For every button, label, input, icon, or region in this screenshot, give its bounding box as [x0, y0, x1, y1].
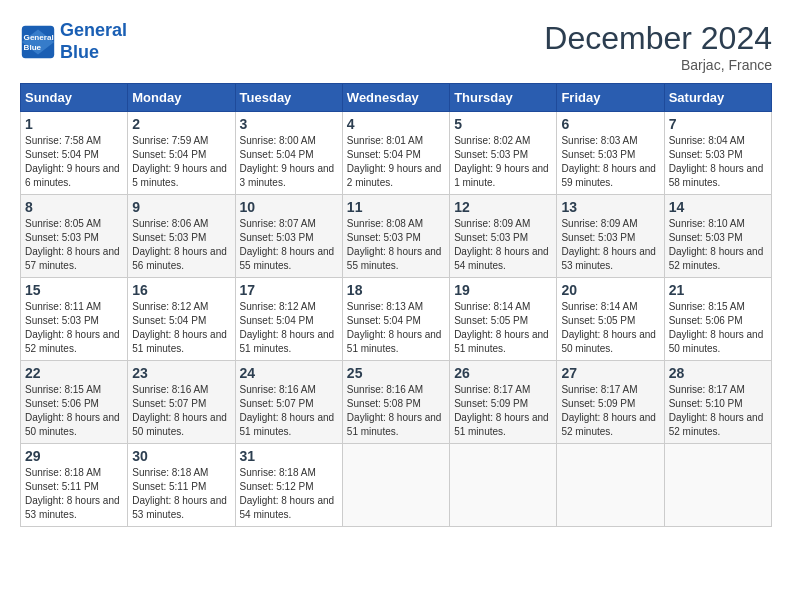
calendar-cell: 20Sunrise: 8:14 AMSunset: 5:05 PMDayligh…	[557, 278, 664, 361]
day-info: Sunrise: 8:17 AMSunset: 5:09 PMDaylight:…	[454, 383, 552, 439]
day-info: Sunrise: 8:06 AMSunset: 5:03 PMDaylight:…	[132, 217, 230, 273]
calendar-cell: 8Sunrise: 8:05 AMSunset: 5:03 PMDaylight…	[21, 195, 128, 278]
calendar-cell: 6Sunrise: 8:03 AMSunset: 5:03 PMDaylight…	[557, 112, 664, 195]
day-number: 23	[132, 365, 230, 381]
svg-text:General: General	[24, 33, 54, 42]
day-number: 22	[25, 365, 123, 381]
calendar-cell: 12Sunrise: 8:09 AMSunset: 5:03 PMDayligh…	[450, 195, 557, 278]
weekday-header-saturday: Saturday	[664, 84, 771, 112]
calendar-cell: 16Sunrise: 8:12 AMSunset: 5:04 PMDayligh…	[128, 278, 235, 361]
day-number: 27	[561, 365, 659, 381]
day-number: 21	[669, 282, 767, 298]
day-number: 11	[347, 199, 445, 215]
day-info: Sunrise: 8:11 AMSunset: 5:03 PMDaylight:…	[25, 300, 123, 356]
month-title: December 2024	[544, 20, 772, 57]
day-info: Sunrise: 8:05 AMSunset: 5:03 PMDaylight:…	[25, 217, 123, 273]
day-info: Sunrise: 8:00 AMSunset: 5:04 PMDaylight:…	[240, 134, 338, 190]
day-info: Sunrise: 8:08 AMSunset: 5:03 PMDaylight:…	[347, 217, 445, 273]
day-info: Sunrise: 8:15 AMSunset: 5:06 PMDaylight:…	[25, 383, 123, 439]
calendar-table: SundayMondayTuesdayWednesdayThursdayFrid…	[20, 83, 772, 527]
day-info: Sunrise: 8:17 AMSunset: 5:09 PMDaylight:…	[561, 383, 659, 439]
calendar-cell: 9Sunrise: 8:06 AMSunset: 5:03 PMDaylight…	[128, 195, 235, 278]
day-number: 18	[347, 282, 445, 298]
day-info: Sunrise: 8:16 AMSunset: 5:08 PMDaylight:…	[347, 383, 445, 439]
logo-icon: General Blue	[20, 24, 56, 60]
day-info: Sunrise: 8:03 AMSunset: 5:03 PMDaylight:…	[561, 134, 659, 190]
calendar-cell: 23Sunrise: 8:16 AMSunset: 5:07 PMDayligh…	[128, 361, 235, 444]
day-number: 9	[132, 199, 230, 215]
calendar-cell: 7Sunrise: 8:04 AMSunset: 5:03 PMDaylight…	[664, 112, 771, 195]
day-info: Sunrise: 8:16 AMSunset: 5:07 PMDaylight:…	[132, 383, 230, 439]
day-info: Sunrise: 8:13 AMSunset: 5:04 PMDaylight:…	[347, 300, 445, 356]
title-block: December 2024 Barjac, France	[544, 20, 772, 73]
calendar-week-row: 15Sunrise: 8:11 AMSunset: 5:03 PMDayligh…	[21, 278, 772, 361]
calendar-cell: 3Sunrise: 8:00 AMSunset: 5:04 PMDaylight…	[235, 112, 342, 195]
calendar-cell: 26Sunrise: 8:17 AMSunset: 5:09 PMDayligh…	[450, 361, 557, 444]
day-info: Sunrise: 8:09 AMSunset: 5:03 PMDaylight:…	[454, 217, 552, 273]
day-number: 10	[240, 199, 338, 215]
calendar-cell: 21Sunrise: 8:15 AMSunset: 5:06 PMDayligh…	[664, 278, 771, 361]
day-info: Sunrise: 8:10 AMSunset: 5:03 PMDaylight:…	[669, 217, 767, 273]
day-info: Sunrise: 8:16 AMSunset: 5:07 PMDaylight:…	[240, 383, 338, 439]
day-number: 15	[25, 282, 123, 298]
day-info: Sunrise: 8:12 AMSunset: 5:04 PMDaylight:…	[240, 300, 338, 356]
calendar-cell: 1Sunrise: 7:58 AMSunset: 5:04 PMDaylight…	[21, 112, 128, 195]
weekday-header-tuesday: Tuesday	[235, 84, 342, 112]
day-number: 24	[240, 365, 338, 381]
day-info: Sunrise: 8:18 AMSunset: 5:11 PMDaylight:…	[132, 466, 230, 522]
day-number: 17	[240, 282, 338, 298]
calendar-cell: 14Sunrise: 8:10 AMSunset: 5:03 PMDayligh…	[664, 195, 771, 278]
weekday-header-thursday: Thursday	[450, 84, 557, 112]
day-number: 20	[561, 282, 659, 298]
day-number: 25	[347, 365, 445, 381]
day-number: 3	[240, 116, 338, 132]
calendar-cell	[450, 444, 557, 527]
day-number: 29	[25, 448, 123, 464]
calendar-cell: 15Sunrise: 8:11 AMSunset: 5:03 PMDayligh…	[21, 278, 128, 361]
day-info: Sunrise: 8:18 AMSunset: 5:11 PMDaylight:…	[25, 466, 123, 522]
day-info: Sunrise: 7:59 AMSunset: 5:04 PMDaylight:…	[132, 134, 230, 190]
calendar-cell	[664, 444, 771, 527]
calendar-cell: 13Sunrise: 8:09 AMSunset: 5:03 PMDayligh…	[557, 195, 664, 278]
calendar-cell: 22Sunrise: 8:15 AMSunset: 5:06 PMDayligh…	[21, 361, 128, 444]
day-number: 13	[561, 199, 659, 215]
calendar-cell: 31Sunrise: 8:18 AMSunset: 5:12 PMDayligh…	[235, 444, 342, 527]
day-number: 16	[132, 282, 230, 298]
calendar-cell: 24Sunrise: 8:16 AMSunset: 5:07 PMDayligh…	[235, 361, 342, 444]
svg-text:Blue: Blue	[24, 43, 42, 52]
calendar-cell	[557, 444, 664, 527]
calendar-cell: 25Sunrise: 8:16 AMSunset: 5:08 PMDayligh…	[342, 361, 449, 444]
day-number: 31	[240, 448, 338, 464]
day-number: 1	[25, 116, 123, 132]
calendar-cell: 2Sunrise: 7:59 AMSunset: 5:04 PMDaylight…	[128, 112, 235, 195]
day-info: Sunrise: 8:18 AMSunset: 5:12 PMDaylight:…	[240, 466, 338, 522]
calendar-cell: 27Sunrise: 8:17 AMSunset: 5:09 PMDayligh…	[557, 361, 664, 444]
day-number: 4	[347, 116, 445, 132]
day-number: 6	[561, 116, 659, 132]
day-number: 19	[454, 282, 552, 298]
day-number: 7	[669, 116, 767, 132]
day-info: Sunrise: 8:14 AMSunset: 5:05 PMDaylight:…	[454, 300, 552, 356]
logo-text-general: General	[60, 20, 127, 42]
day-number: 30	[132, 448, 230, 464]
calendar-cell: 30Sunrise: 8:18 AMSunset: 5:11 PMDayligh…	[128, 444, 235, 527]
day-info: Sunrise: 8:14 AMSunset: 5:05 PMDaylight:…	[561, 300, 659, 356]
day-number: 26	[454, 365, 552, 381]
weekday-header-sunday: Sunday	[21, 84, 128, 112]
day-info: Sunrise: 8:17 AMSunset: 5:10 PMDaylight:…	[669, 383, 767, 439]
logo-text-blue: Blue	[60, 42, 127, 64]
day-info: Sunrise: 8:15 AMSunset: 5:06 PMDaylight:…	[669, 300, 767, 356]
calendar-cell: 4Sunrise: 8:01 AMSunset: 5:04 PMDaylight…	[342, 112, 449, 195]
weekday-header-row: SundayMondayTuesdayWednesdayThursdayFrid…	[21, 84, 772, 112]
location: Barjac, France	[544, 57, 772, 73]
calendar-cell: 28Sunrise: 8:17 AMSunset: 5:10 PMDayligh…	[664, 361, 771, 444]
calendar-cell: 5Sunrise: 8:02 AMSunset: 5:03 PMDaylight…	[450, 112, 557, 195]
day-info: Sunrise: 8:02 AMSunset: 5:03 PMDaylight:…	[454, 134, 552, 190]
calendar-week-row: 22Sunrise: 8:15 AMSunset: 5:06 PMDayligh…	[21, 361, 772, 444]
calendar-cell: 17Sunrise: 8:12 AMSunset: 5:04 PMDayligh…	[235, 278, 342, 361]
calendar-week-row: 8Sunrise: 8:05 AMSunset: 5:03 PMDaylight…	[21, 195, 772, 278]
calendar-week-row: 29Sunrise: 8:18 AMSunset: 5:11 PMDayligh…	[21, 444, 772, 527]
day-info: Sunrise: 8:09 AMSunset: 5:03 PMDaylight:…	[561, 217, 659, 273]
day-info: Sunrise: 8:07 AMSunset: 5:03 PMDaylight:…	[240, 217, 338, 273]
calendar-cell: 10Sunrise: 8:07 AMSunset: 5:03 PMDayligh…	[235, 195, 342, 278]
